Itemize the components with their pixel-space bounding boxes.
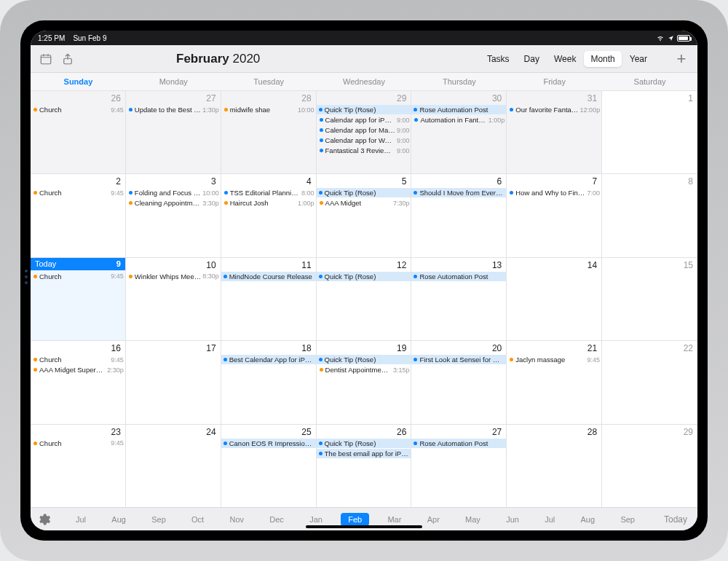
day-cell[interactable]: 29Quick Tip (Rose)Calendar app for iPhon… <box>317 90 412 173</box>
month-grid[interactable]: 26Church9:4527Update to the Best Mind M1… <box>31 90 697 507</box>
event-item[interactable]: Calendar app for iPhone Up9:00 <box>317 115 411 125</box>
timeline-month[interactable]: Nov <box>222 513 251 526</box>
event-item[interactable]: AAA Midget Supervision?2:30p <box>31 365 125 374</box>
event-item[interactable]: Church9:45 <box>31 272 125 281</box>
event-item[interactable]: Quick Tip (Rose) <box>317 272 411 281</box>
day-cell[interactable]: 6Should I Move from Evernote to N <box>411 173 507 256</box>
day-cell[interactable]: 22 <box>602 340 697 423</box>
timeline-month[interactable]: May <box>458 513 488 526</box>
event-item[interactable]: Update to the Best Mind M1:30p <box>126 105 221 114</box>
view-tab-month[interactable]: Month <box>584 51 621 67</box>
event-item[interactable]: Should I Move from Evernote to N <box>411 188 506 197</box>
view-tab-year[interactable]: Year <box>623 51 654 67</box>
today-button[interactable]: Today <box>660 514 692 525</box>
event-item[interactable]: First Look at Sensei for Mac (Mari <box>411 355 506 364</box>
day-cell[interactable]: 29 <box>602 424 697 507</box>
day-cell[interactable]: 24 <box>126 424 221 507</box>
timeline-month[interactable]: Sep <box>613 513 642 526</box>
day-cell[interactable]: 19Quick Tip (Rose)Dentist Appointment Jo… <box>317 340 412 423</box>
timeline-month[interactable]: Jan <box>302 513 330 526</box>
event-item[interactable]: MindNode Course Release <box>221 272 316 281</box>
timeline-month[interactable]: Dec <box>262 513 291 526</box>
day-cell[interactable]: 30Rose Automation PostAutomation in Fant… <box>411 90 507 173</box>
event-item[interactable]: Church9:45 <box>31 355 125 364</box>
event-item[interactable]: Rose Automation Post <box>411 439 506 448</box>
timeline-month[interactable]: Jun <box>499 513 526 526</box>
day-cell[interactable]: 25Canon EOS R Impressions (Josh) <box>221 424 317 507</box>
day-cell[interactable]: 28 <box>507 424 602 507</box>
day-cell[interactable]: 26Quick Tip (Rose)The best email app for… <box>317 424 412 507</box>
home-indicator[interactable] <box>306 525 422 528</box>
day-cell[interactable]: 5Quick Tip (Rose)AAA Midget7:30p <box>317 173 412 256</box>
day-cell[interactable]: 17 <box>126 340 221 423</box>
timeline-month[interactable]: Jul <box>68 513 93 526</box>
event-item[interactable]: The best email app for iPhone (Mi <box>317 449 411 458</box>
event-item[interactable]: Jaclyn massage9:45 <box>507 355 601 364</box>
day-cell[interactable]: 12Quick Tip (Rose) <box>317 257 412 340</box>
timeline-month[interactable]: Jul <box>537 513 562 526</box>
day-cell[interactable]: 26Church9:45 <box>31 90 126 173</box>
event-item[interactable]: Automation in Fantastical 31:00p <box>411 115 506 125</box>
add-event-button[interactable]: + <box>673 50 690 68</box>
event-item[interactable]: Cleaning Appointment (Jos3:30p <box>126 198 221 208</box>
event-item[interactable]: Church9:45 <box>31 439 125 448</box>
timeline-month[interactable]: Mar <box>380 513 408 526</box>
event-item[interactable]: Church9:45 <box>31 105 125 114</box>
timeline-month[interactable]: Aug <box>104 513 133 526</box>
event-item[interactable]: Rose Automation Post <box>411 105 506 114</box>
event-item[interactable]: Dentist Appointment Josh3:15p <box>317 365 411 374</box>
event-item[interactable]: AAA Midget7:30p <box>317 198 411 208</box>
event-item[interactable]: Our favorite Fantastical 312:00p <box>507 105 601 114</box>
event-item[interactable]: Quick Tip (Rose) <box>317 355 411 364</box>
event-item[interactable]: midwife shae10:00 <box>221 105 316 114</box>
view-tab-day[interactable]: Day <box>518 51 546 67</box>
day-cell[interactable]: 3Folding and Focus Mode (10:00Cleaning A… <box>126 173 221 256</box>
day-cell[interactable]: 27Update to the Best Mind M1:30p <box>126 90 221 173</box>
event-item[interactable]: Fantastical 3 Review (Rose)9:00 <box>317 146 411 155</box>
timeline-month[interactable]: Feb <box>341 513 369 526</box>
day-cell[interactable]: 10Winkler Whips Meeting8:30p <box>126 257 221 340</box>
event-item[interactable]: Quick Tip (Rose) <box>317 105 411 114</box>
event-item[interactable]: Canon EOS R Impressions (Josh) <box>221 439 316 448</box>
day-cell[interactable]: 8 <box>602 173 697 256</box>
view-tab-tasks[interactable]: Tasks <box>480 51 516 67</box>
day-cell[interactable]: 16Church9:45AAA Midget Supervision?2:30p <box>31 340 126 423</box>
day-cell[interactable]: 23Church9:45 <box>31 424 126 507</box>
event-item[interactable]: Quick Tip (Rose) <box>317 439 411 448</box>
event-item[interactable]: Quick Tip (Rose) <box>317 188 411 197</box>
event-item[interactable]: Calendar app for Watch Upd9:00 <box>317 136 411 145</box>
day-cell[interactable]: 20First Look at Sensei for Mac (Mari <box>411 340 507 423</box>
event-item[interactable]: Haircut Josh1:00p <box>221 198 316 208</box>
share-icon[interactable] <box>60 51 76 67</box>
timeline-month[interactable]: Sep <box>144 513 173 526</box>
day-cell[interactable]: 31Our favorite Fantastical 312:00p <box>507 90 602 173</box>
timeline-month[interactable]: Oct <box>184 513 211 526</box>
event-item[interactable]: Best Calendar App for iPad (Josh) <box>221 355 316 364</box>
timeline-month[interactable]: Aug <box>574 513 603 526</box>
month-timeline[interactable]: JulAugSepOctNovDecJanFebMarAprMayJunJulA… <box>54 513 657 526</box>
day-cell[interactable]: Today9Church9:45 <box>31 257 126 340</box>
event-item[interactable]: How and Why to Find the Ti7:00 <box>507 188 601 197</box>
calendar-icon[interactable] <box>38 51 54 67</box>
event-item[interactable]: Folding and Focus Mode (10:00 <box>126 188 221 197</box>
day-cell[interactable]: 18Best Calendar App for iPad (Josh) <box>221 340 317 423</box>
event-item[interactable]: TSS Editorial Planning Call8:00 <box>221 188 316 197</box>
day-cell[interactable]: 21Jaclyn massage9:45 <box>507 340 602 423</box>
timeline-month[interactable]: Apr <box>420 513 447 526</box>
day-cell[interactable]: 15 <box>602 257 697 340</box>
day-cell[interactable]: 4TSS Editorial Planning Call8:00Haircut … <box>221 173 317 256</box>
event-item[interactable]: Rose Automation Post <box>411 272 506 281</box>
day-cell[interactable]: 14 <box>507 257 602 340</box>
day-cell[interactable]: 11MindNode Course Release <box>221 257 317 340</box>
day-cell[interactable]: 7How and Why to Find the Ti7:00 <box>507 173 602 256</box>
event-item[interactable]: Church9:45 <box>31 188 125 197</box>
day-cell[interactable]: 28midwife shae10:00 <box>221 90 317 173</box>
view-tab-week[interactable]: Week <box>547 51 582 67</box>
day-cell[interactable]: 2Church9:45 <box>31 173 126 256</box>
day-cell[interactable]: 13Rose Automation Post <box>411 257 507 340</box>
view-switcher[interactable]: TasksDayWeekMonthYear <box>480 51 654 67</box>
day-cell[interactable]: 1 <box>602 90 697 173</box>
event-item[interactable]: Winkler Whips Meeting8:30p <box>126 272 221 281</box>
settings-gear-icon[interactable] <box>36 512 51 527</box>
day-cell[interactable]: 27Rose Automation Post <box>411 424 507 507</box>
